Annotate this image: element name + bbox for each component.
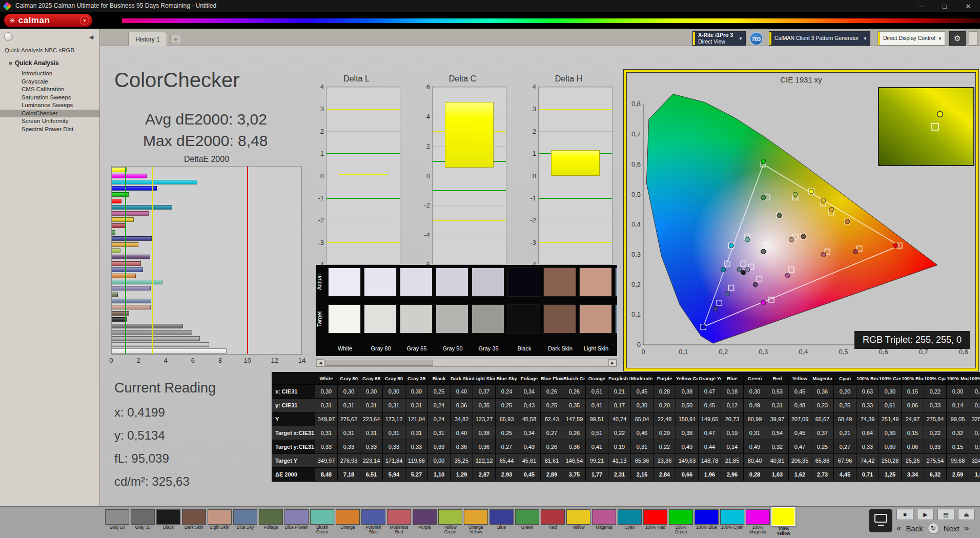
sidebar-item-cms-calibration[interactable]: CMS Calibration <box>0 86 99 94</box>
next-button[interactable]: Next <box>944 524 959 533</box>
cie-measured-100-blue <box>701 324 706 329</box>
pattern-swatch-moderate-red[interactable]: Moderate Red <box>387 509 411 536</box>
cie-ytick: 0,4 <box>627 220 641 228</box>
sidebar-item-spectral-power-dist-[interactable]: Spectral Power Dist. <box>0 126 99 134</box>
sidebar-item-colorchecker[interactable]: ColorChecker <box>0 110 99 118</box>
pattern-swatch-purplish-blue[interactable]: Purplish Blue <box>361 509 385 536</box>
target-swatch-gray-35 <box>472 304 504 334</box>
table-col-magenta: Magenta <box>811 373 834 385</box>
calman-flower-icon: ✳ <box>9 16 15 25</box>
pattern-swatch-cyan[interactable]: Cyan <box>618 509 642 536</box>
save-button[interactable]: ▤ <box>937 509 954 520</box>
pattern-swatch-red[interactable]: Red <box>541 509 565 536</box>
pattern-swatch-dark-skin[interactable]: Dark Skin <box>182 509 206 536</box>
comparator-col-blue-sky: Blue Sky <box>614 265 617 356</box>
cie-ytick: 0 <box>627 341 641 348</box>
chevron-down-icon: ▼ <box>861 36 870 41</box>
sidebar-collapse-button[interactable]: ◀ <box>86 32 96 42</box>
calman-logo-text: calman <box>18 15 80 26</box>
cie-measured-orange-yellow <box>829 207 834 212</box>
sidebar-tree: IntroductionGrayscaleCMS CalibrationSatu… <box>0 70 99 133</box>
add-tab-button[interactable]: + <box>170 34 181 44</box>
pattern-swatch-black[interactable]: Black <box>156 509 180 536</box>
table-row-x-cie31: x: CIE310,300,300,300,300,300,250,400,37… <box>272 385 980 399</box>
deltae-bar-purplish-blue <box>112 266 301 273</box>
scroll-right-icon[interactable]: ▶ <box>608 359 617 366</box>
pattern-swatch-gray-50[interactable]: Gray 50 <box>105 509 129 536</box>
sidebar-item-luminance-sweeps[interactable]: Luminance Sweeps <box>0 101 99 110</box>
sidebar-item-screen-uniformity[interactable]: Screen Uniformity <box>0 117 99 126</box>
cie-xtick: 0,1 <box>676 348 691 356</box>
pattern-swatch-100-blue[interactable]: 100% Blue <box>695 509 719 536</box>
display-control-dropdown[interactable]: Direct Display Control ▼ <box>877 31 945 46</box>
stop-button[interactable]: ■ <box>896 509 913 520</box>
deltae-bar-purple <box>112 254 301 260</box>
pattern-swatch-yellow-green[interactable]: Yellow Green <box>438 509 462 536</box>
deltae-bar-orange-yellow <box>112 241 301 247</box>
table-row-target-y-cie31: Target y:CIE310,330,330,330,330,330,330,… <box>272 440 980 454</box>
back-button[interactable]: Back <box>906 524 923 533</box>
pattern-swatch-100-green[interactable]: 100% Green <box>669 509 693 536</box>
pattern-swatch-100-red[interactable]: 100% Red <box>643 509 667 536</box>
delta-c-bar <box>445 102 493 168</box>
scroll-left-icon[interactable]: ◀ <box>316 359 324 366</box>
pattern-swatch-green[interactable]: Green <box>515 509 539 536</box>
maximize-button[interactable]: □ <box>933 0 956 12</box>
cie-xtick: 0,3 <box>756 348 771 356</box>
meter-count-badge[interactable]: 703 <box>749 32 763 46</box>
comparator-col-label: Black <box>506 345 542 351</box>
pattern-swatch-orange[interactable]: Orange <box>336 509 360 536</box>
minimize-button[interactable]: — <box>909 0 933 12</box>
table-col-blue-flower: Blue Flower <box>541 373 563 385</box>
pattern-swatch-yellow[interactable]: Yellow <box>566 509 590 536</box>
actual-swatch-gray-35 <box>472 267 504 297</box>
sidebar-item-saturation-sweeps[interactable]: Saturation Sweeps <box>0 94 99 102</box>
comparator-col-label: Gray 35 <box>471 345 506 351</box>
panel-edge-button[interactable] <box>969 31 977 46</box>
cie-measured-dark-skin <box>801 234 806 239</box>
cie-measured-purplish-blue <box>725 292 730 296</box>
settings-gear-button[interactable]: ⚙ <box>949 31 966 46</box>
meter-dropdown[interactable]: X-Rite i1Pro 3 Direct View ▼ <box>692 31 746 46</box>
delta-h-bar <box>551 150 599 176</box>
scrollbar-thumb[interactable] <box>325 360 433 366</box>
refresh-button[interactable]: ↻ <box>928 523 939 534</box>
close-button[interactable]: ✕ <box>956 0 980 12</box>
pattern-swatch-orange-yellow[interactable]: Orange Yellow <box>464 509 488 536</box>
sidebar-item-grayscale[interactable]: Grayscale <box>0 78 99 86</box>
pattern-swatch-magenta[interactable]: Magenta <box>592 509 616 536</box>
eject-button[interactable]: ⏏ <box>958 509 975 520</box>
calman-menu-chevron-icon[interactable]: ▼ <box>80 16 89 25</box>
comparator-scrollbar[interactable]: ◀ ▶ <box>316 359 617 367</box>
pattern-swatch-blue-sky[interactable]: Blue Sky <box>233 509 257 536</box>
pattern-swatch-light-skin[interactable]: Light Skin <box>208 509 232 536</box>
pattern-swatch-100-yellow[interactable]: 100% Yellow <box>771 509 795 536</box>
cie-measured-magenta <box>785 273 790 278</box>
pattern-swatch-100-cyan[interactable]: 100% Cyan <box>720 509 744 536</box>
deltae-bar-dark-skin <box>112 311 301 317</box>
deltae-bar-blue-sky <box>112 298 301 304</box>
sidebar-root-quick-analysis[interactable]: Quick Analysis <box>9 59 59 67</box>
target-swatch-dark-skin <box>543 304 576 334</box>
workflow-home-button[interactable] <box>4 32 13 41</box>
pattern-swatch-100-magenta[interactable]: 100% Magenta <box>746 509 770 536</box>
chevrons-left-icon[interactable]: « <box>896 523 901 533</box>
table-col-foliage: Foliage <box>518 373 541 385</box>
pattern-swatch-bluish-green[interactable]: Bluish Green <box>310 509 334 536</box>
pattern-generator-dropdown[interactable]: CalMAN Client 3 Pattern Generator ▼ <box>769 31 870 46</box>
sidebar-item-introduction[interactable]: Introduction <box>0 70 99 78</box>
pattern-swatch-gray-35[interactable]: Gray 35 <box>131 509 155 536</box>
pattern-swatch-purple[interactable]: Purple <box>413 509 437 536</box>
pattern-swatch-foliage[interactable]: Foliage <box>259 509 283 536</box>
play-button[interactable]: ▶ <box>917 509 934 520</box>
chevrons-right-icon[interactable]: » <box>964 523 969 533</box>
actual-swatch-gray-65 <box>400 267 433 297</box>
pattern-swatch-blue-flower[interactable]: Blue Flower <box>284 509 309 536</box>
calman-logo-button[interactable]: ✳ calman ▼ <box>4 14 92 27</box>
actual-swatch-gray-50 <box>436 267 468 297</box>
display-window-button[interactable] <box>869 509 892 532</box>
pattern-swatch-blue[interactable]: Blue <box>489 509 514 536</box>
cie-measured-purple <box>753 282 758 287</box>
tab-history-1[interactable]: History 1 <box>128 32 167 46</box>
table-col-gray-50: Gray 50 <box>383 373 405 385</box>
